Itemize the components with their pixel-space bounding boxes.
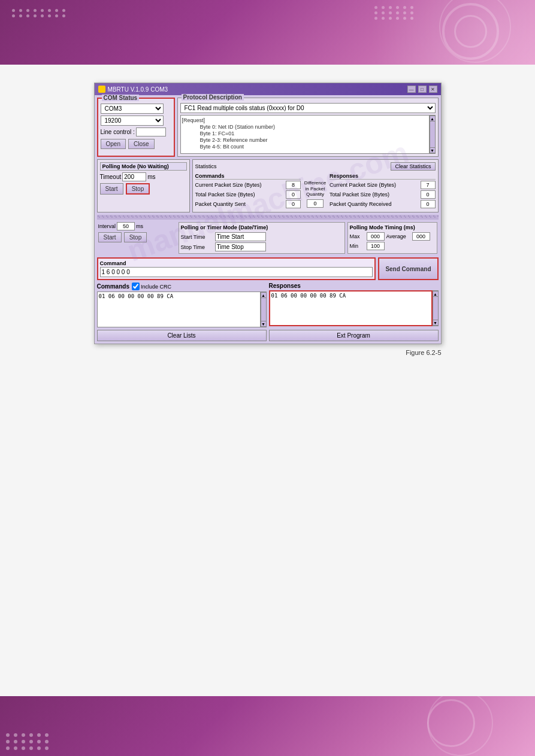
cmd-total-size-input[interactable] [286, 190, 301, 199]
resp-quantity-input[interactable] [421, 200, 436, 208]
wave-separator: ∿∿∿∿∿∿∿∿∿∿∿∿∿∿∿∿∿∿∿∿∿∿∿∿∿∿∿∿∿∿∿∿∿∿∿∿∿∿∿∿… [97, 215, 439, 220]
polling-stop-button[interactable]: Stop [126, 183, 150, 195]
resp-total-size-input[interactable] [421, 190, 436, 199]
timer-section: Interval ms Start Stop Polling or Timer … [97, 221, 439, 255]
scroll-up[interactable]: ▲ [430, 116, 436, 122]
byte23-desc: Byte 2-3: Reference number [182, 137, 428, 143]
stats-responses-title: Responses [330, 173, 436, 180]
cmd-scroll-down[interactable]: ▼ [261, 321, 267, 327]
polling-timer-group: Polling or Timer Mode (Date/Time) Start … [179, 222, 345, 254]
diff-col: Difference in Packet Quantity [303, 173, 327, 208]
cmd-current-size-label: Current Packet Size (Bytes) [195, 182, 285, 188]
com-status-group: COM Status COM3 COM1 COM2 COM4 19200 960… [97, 98, 175, 157]
polling-timing-group: Polling Mode Timing (ms) Max Average Min [347, 222, 437, 254]
clear-statistics-button[interactable]: Clear Statistics [391, 162, 435, 171]
resp-quantity-label: Packet Quantity Received [330, 201, 419, 207]
statistics-label: Statistics [195, 163, 217, 169]
polling-mode-label: Polling Mode (No Waiting) [100, 162, 187, 171]
cmd-current-size-input[interactable] [286, 181, 301, 189]
stop-time-input[interactable] [215, 242, 266, 251]
interval-label: Interval [98, 223, 116, 229]
resp-current-size-input[interactable] [421, 181, 436, 189]
com-status-label: COM Status [102, 95, 140, 101]
close-button[interactable]: ✕ [429, 86, 437, 93]
diff-label: Difference in Packet Quantity [303, 180, 327, 198]
start-time-input[interactable] [215, 232, 266, 241]
avg-timing-input[interactable] [412, 232, 430, 241]
responses-col-label: Responses [269, 283, 301, 289]
statistics-group: Statistics Clear Statistics Commands Cur… [192, 159, 439, 212]
com-port-select[interactable]: COM3 COM1 COM2 COM4 [101, 104, 164, 114]
command-input[interactable] [100, 267, 373, 277]
close-button[interactable]: Close [128, 139, 155, 149]
app-window: MBRTU V.1.0.9 COM3 — □ ✕ COM Status COM3 [94, 83, 442, 344]
protocol-select[interactable]: FC1 Read multiple coils status (0xxxx) f… [180, 103, 436, 113]
request-label: [Request] [182, 117, 428, 123]
command-section: Command Send Command [97, 257, 439, 280]
open-button[interactable]: Open [101, 139, 126, 149]
responses-textarea[interactable]: 01 06 00 00 00 00 89 CA [269, 290, 433, 326]
commands-col: Commands Include CRC 01 06 00 00 00 00 8… [97, 283, 267, 327]
timer-start-button[interactable]: Start [98, 232, 122, 242]
line-control-row: Line control : N,8,2 [101, 127, 171, 136]
app-icon [98, 86, 105, 93]
stats-commands-title: Commands [195, 173, 301, 180]
com-port-row: COM3 COM1 COM2 COM4 [101, 104, 171, 114]
baud-rate-select[interactable]: 19200 9600 38400 115200 [101, 116, 164, 126]
scroll-down[interactable]: ▼ [430, 147, 436, 153]
minimize-button[interactable]: — [407, 86, 416, 93]
baud-rate-row: 19200 9600 38400 115200 [101, 116, 171, 126]
resp-current-size-label: Current Packet Size (Bytes) [330, 182, 419, 188]
stop-time-label: Stop Time [181, 244, 214, 250]
window-title: MBRTU V.1.0.9 COM3 [108, 86, 168, 93]
commands-scrollbar[interactable]: ▲ ▼ [261, 292, 267, 327]
avg-label: Average [386, 233, 410, 239]
protocol-group: Protocol Description FC1 Read multiple c… [177, 98, 439, 157]
cmd-scroll-up[interactable]: ▲ [261, 292, 267, 298]
stats-commands-col: Commands Current Packet Size (Bytes) Tot… [195, 173, 301, 210]
include-crc-text: Include CRC [141, 284, 171, 290]
cmd-quantity-input[interactable] [286, 200, 301, 208]
resp-scroll-up[interactable]: ▲ [433, 291, 439, 297]
line-control-input[interactable]: N,8,2 [136, 127, 166, 136]
include-crc-checkbox[interactable] [132, 283, 140, 290]
ext-program-button[interactable]: Ext Program [269, 330, 439, 341]
command-box: Command [97, 257, 376, 280]
responses-col: Responses 01 06 00 00 00 00 89 CA ▲ ▼ [269, 283, 439, 327]
byte1-desc: Byte 1: FC=01 [182, 130, 428, 136]
timeout-label: Timeout [100, 174, 122, 180]
polling-timer-label: Polling or Timer Mode (Date/Time) [181, 224, 343, 230]
stats-responses-col: Responses Current Packet Size (Bytes) To… [330, 173, 436, 210]
top-header [0, 0, 535, 65]
max-label: Max [350, 233, 365, 239]
max-timing-input[interactable] [367, 232, 385, 241]
maximize-button[interactable]: □ [418, 86, 427, 93]
resp-scroll-down[interactable]: ▼ [433, 320, 439, 326]
timer-stop-button[interactable]: Stop [124, 232, 147, 242]
start-time-label: Start Time [181, 234, 214, 240]
send-command-button[interactable]: Send Command [378, 257, 438, 280]
timeout-input[interactable] [122, 172, 146, 181]
interval-group: Interval ms Start Stop [98, 222, 176, 254]
polling-group: Polling Mode (No Waiting) Timeout ms Sta… [97, 159, 190, 212]
cmd-resp-section: Commands Include CRC 01 06 00 00 00 00 8… [97, 283, 439, 327]
polling-start-button[interactable]: Start [100, 183, 123, 195]
title-bar: MBRTU V.1.0.9 COM3 — □ ✕ [95, 83, 441, 95]
timeout-unit: ms [147, 174, 155, 180]
protocol-label: Protocol Description [182, 94, 244, 101]
responses-scrollbar[interactable]: ▲ ▼ [433, 290, 439, 326]
commands-textarea[interactable]: 01 06 00 00 00 00 89 CA [97, 292, 261, 327]
min-timing-input[interactable] [367, 242, 385, 250]
clear-lists-button[interactable]: Clear Lists [97, 330, 267, 341]
command-label: Command [100, 260, 373, 266]
protocol-scrollbar[interactable]: ▲ ▼ [430, 115, 436, 154]
interval-unit: ms [136, 223, 143, 229]
polling-timing-label: Polling Mode Timing (ms) [350, 224, 435, 230]
cmd-quantity-label: Packet Quantity Sent [195, 201, 285, 207]
min-label: Min [350, 243, 365, 249]
include-crc-label[interactable]: Include CRC [132, 283, 171, 290]
cmd-total-size-label: Total Packet Size (Bytes) [195, 192, 285, 198]
diff-input[interactable] [307, 199, 324, 208]
commands-col-label: Commands [97, 283, 129, 290]
interval-input[interactable] [117, 222, 135, 230]
